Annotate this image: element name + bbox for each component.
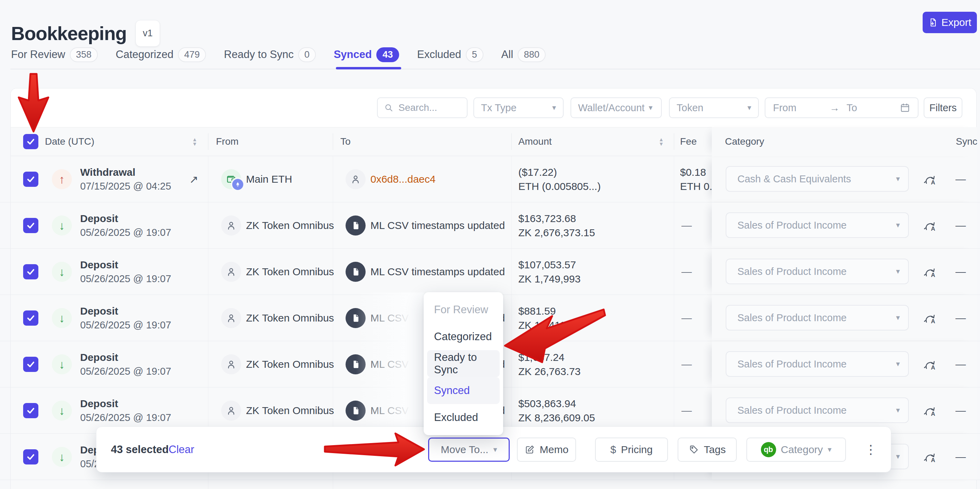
- wallet-account-label: Wallet/Account: [578, 102, 644, 114]
- from-label: ZK Token Omnibus: [246, 359, 334, 370]
- tx-type: Withdrawal: [80, 165, 171, 179]
- tx-type: Deposit: [80, 351, 171, 364]
- amount-cell: $107,053.57ZK 1,749,993: [518, 258, 581, 286]
- column-sync: Sync: [956, 136, 977, 147]
- select-all-checkbox[interactable]: [23, 134, 38, 149]
- column-date: Date (UTC): [45, 136, 94, 147]
- amount-usd: $503,863.94: [518, 397, 595, 411]
- category-value: Sales of Product Income: [737, 312, 846, 324]
- tab-excluded[interactable]: Excluded 5: [417, 47, 484, 62]
- deposit-icon: ↓: [52, 401, 72, 421]
- auto-rule-icon[interactable]: A: [922, 264, 938, 280]
- svg-text:A: A: [931, 179, 935, 186]
- tab-categorized[interactable]: Categorized 479: [116, 47, 206, 62]
- menu-item-excluded[interactable]: Excluded: [427, 404, 500, 431]
- document-icon: [345, 262, 366, 282]
- chevron-down-icon: ▾: [896, 360, 900, 368]
- export-file-icon: [928, 17, 938, 27]
- amount-token: ZK 14,411.24: [518, 318, 580, 332]
- menu-backdrop-fade: [356, 292, 424, 434]
- column-from: From: [216, 136, 239, 147]
- quickbooks-category-button[interactable]: qb Category ▾: [746, 438, 846, 462]
- amount-cell: $163,723.68ZK 2,676,373.15: [518, 211, 595, 240]
- table-row[interactable]: ↓ Deposit 05/26/2025 @ 19:07 ZK Token Om…: [0, 249, 980, 295]
- partial-row: [0, 480, 980, 489]
- clear-selection-link[interactable]: Clear: [169, 443, 194, 456]
- table-row[interactable]: ↑ Withdrawal 07/15/2025 @ 04:25 ↗ Main E…: [0, 156, 980, 202]
- category-value: Cash & Cash Equivalents: [737, 173, 851, 185]
- category-select[interactable]: Sales of Product Income ▾: [725, 397, 909, 423]
- auto-rule-icon[interactable]: A: [922, 449, 938, 465]
- memo-button[interactable]: Memo: [517, 438, 576, 462]
- document-icon: [345, 216, 366, 235]
- chevron-down-icon: ▾: [493, 446, 497, 453]
- tab-ready-to-sync[interactable]: Ready to Sync 0: [224, 47, 316, 62]
- external-link-icon[interactable]: ↗: [189, 173, 198, 186]
- category-select[interactable]: Sales of Product Income ▾: [725, 351, 909, 377]
- auto-rule-icon[interactable]: A: [922, 171, 938, 187]
- row-checkbox[interactable]: [23, 218, 38, 233]
- amount-usd: ($17.22): [518, 165, 601, 179]
- sort-date-icon[interactable]: ▲▼: [192, 137, 197, 146]
- table-row[interactable]: ↓ Deposit 05/26/2025 @ 19:07 ZK Token Om…: [0, 202, 980, 249]
- category-select[interactable]: Cash & Cash Equivalents ▾: [725, 166, 909, 192]
- category-label: Category: [781, 444, 823, 456]
- deposit-icon: ↓: [52, 262, 72, 282]
- menu-item-categorized[interactable]: Categorized: [427, 323, 500, 350]
- from-label: Main ETH: [246, 173, 292, 185]
- menu-item-synced[interactable]: Synced: [427, 377, 500, 404]
- tab-synced[interactable]: Synced 43: [334, 47, 399, 62]
- category-select[interactable]: Sales of Product Income ▾: [725, 259, 909, 284]
- chevron-down-icon: ▾: [748, 104, 751, 111]
- auto-rule-icon[interactable]: A: [922, 403, 938, 419]
- tab-for-review[interactable]: For Review 358: [11, 47, 98, 62]
- row-checkbox[interactable]: [23, 171, 38, 187]
- chevron-down-icon: ▾: [649, 104, 652, 111]
- pricing-button[interactable]: $ Pricing: [595, 438, 668, 462]
- svg-text:A: A: [931, 457, 935, 464]
- search-field[interactable]: [377, 97, 468, 118]
- sync-status: —: [956, 359, 966, 370]
- person-icon: [221, 262, 241, 282]
- move-to-button[interactable]: Move To... ▾: [428, 438, 510, 462]
- tab-label: Excluded: [417, 48, 461, 61]
- auto-rule-icon[interactable]: A: [922, 356, 938, 372]
- sync-status: —: [956, 220, 966, 231]
- fee-cell: —: [681, 312, 692, 324]
- row-checkbox[interactable]: [23, 403, 38, 418]
- more-actions-button[interactable]: ⋮: [863, 442, 878, 457]
- export-label: Export: [941, 17, 971, 28]
- tx-datetime: 05/26/2025 @ 19:07: [80, 411, 171, 424]
- auto-rule-icon[interactable]: A: [922, 310, 938, 326]
- row-checkbox[interactable]: [23, 449, 38, 465]
- chevron-down-icon: ▾: [896, 314, 900, 322]
- category-select[interactable]: Sales of Product Income ▾: [725, 213, 909, 238]
- tx-type: Deposit: [80, 258, 171, 272]
- search-icon: [384, 103, 394, 113]
- row-checkbox[interactable]: [23, 357, 38, 372]
- sync-status: —: [956, 266, 966, 278]
- auto-rule-icon[interactable]: A: [922, 218, 938, 233]
- tx-datetime: 07/15/2025 @ 04:25: [80, 179, 171, 193]
- category-select[interactable]: Sales of Product Income ▾: [725, 305, 909, 330]
- status-tabs: For Review 358 Categorized 479 Ready to …: [11, 41, 546, 68]
- tab-all[interactable]: All 880: [501, 47, 546, 62]
- sort-amount-icon[interactable]: ▲▼: [659, 137, 664, 146]
- row-checkbox[interactable]: [23, 264, 38, 279]
- date-range-field[interactable]: From → To: [765, 97, 918, 118]
- export-button[interactable]: Export: [923, 12, 977, 33]
- amount-usd: $163,723.68: [518, 211, 595, 225]
- row-checkbox[interactable]: [23, 310, 38, 325]
- menu-item-ready-to-sync[interactable]: Ready to Sync: [427, 350, 500, 377]
- category-value: Sales of Product Income: [737, 359, 846, 370]
- person-icon: [221, 354, 241, 374]
- token-select[interactable]: Token ▾: [669, 97, 759, 118]
- category-value: Sales of Product Income: [737, 266, 846, 277]
- wallet-account-select[interactable]: Wallet/Account ▾: [571, 97, 662, 118]
- tx-date-cell: Deposit 05/26/2025 @ 19:07: [80, 212, 171, 239]
- tx-type-select[interactable]: Tx Type ▾: [473, 97, 563, 118]
- tags-button[interactable]: Tags: [678, 438, 737, 462]
- search-input[interactable]: [398, 102, 454, 114]
- amount-usd: $1,637.24: [518, 350, 581, 364]
- filters-button[interactable]: Filters: [924, 97, 963, 118]
